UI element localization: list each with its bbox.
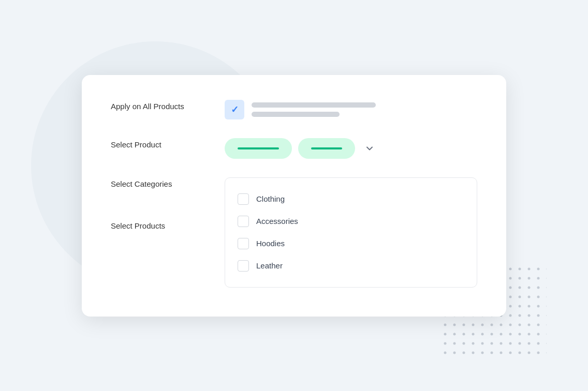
category-label-leather: Leather xyxy=(256,261,283,270)
select-categories-label: Select Categories xyxy=(111,177,225,188)
checkbox-clothing[interactable] xyxy=(238,193,249,205)
apply-all-checkbox[interactable]: ✓ xyxy=(225,100,244,119)
categories-products-row: Select Categories Select Products Clothi… xyxy=(111,177,477,288)
category-label-accessories: Accessories xyxy=(256,217,298,225)
select-product-row: Select Product xyxy=(111,138,477,159)
select-product-label: Select Product xyxy=(111,138,225,149)
checkbox-wrapper: ✓ xyxy=(225,100,376,119)
select-products-label: Select Products xyxy=(111,221,225,230)
placeholder-line-long xyxy=(252,102,376,108)
product-pill-1[interactable] xyxy=(225,138,292,159)
checkmark-icon: ✓ xyxy=(231,104,239,115)
product-pill-2[interactable] xyxy=(298,138,355,159)
category-item-hoodies[interactable]: Hoodies xyxy=(238,233,464,255)
checkbox-hoodies[interactable] xyxy=(238,238,249,249)
pill-line-1 xyxy=(238,147,279,149)
select-product-controls xyxy=(225,138,477,159)
pill-line-2 xyxy=(311,147,342,149)
category-item-leather[interactable]: Leather xyxy=(238,255,464,277)
apply-all-row: Apply on All Products ✓ xyxy=(111,100,477,119)
category-item-clothing[interactable]: Clothing xyxy=(238,188,464,210)
category-label-clothing: Clothing xyxy=(256,194,285,203)
category-item-accessories[interactable]: Accessories xyxy=(238,210,464,233)
main-card: Apply on All Products ✓ Select Product xyxy=(82,75,506,317)
apply-all-label: Apply on All Products xyxy=(111,100,225,111)
placeholder-lines xyxy=(252,102,376,117)
placeholder-line-short xyxy=(252,112,340,117)
category-panel: Clothing Accessories Hoodies Leather xyxy=(225,177,477,288)
dropdown-arrow-icon[interactable] xyxy=(361,140,378,157)
checkbox-leather[interactable] xyxy=(238,260,249,272)
checkbox-accessories[interactable] xyxy=(238,216,249,227)
category-label-hoodies: Hoodies xyxy=(256,239,285,248)
apply-all-controls: ✓ xyxy=(225,100,477,119)
